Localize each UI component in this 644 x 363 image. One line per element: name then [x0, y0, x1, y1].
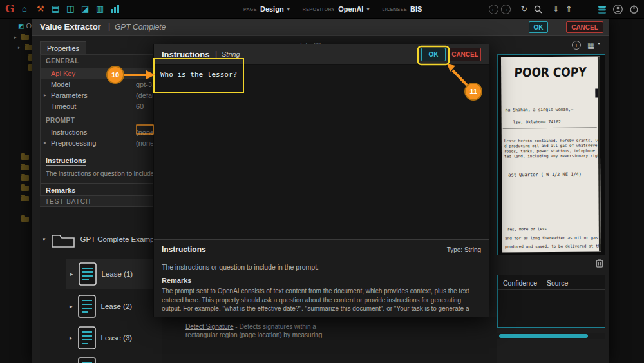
user-icon[interactable]: [613, 5, 623, 14]
tree-item-lease-2[interactable]: ▸ Lease (2): [66, 291, 161, 322]
window-titlebar[interactable]: Value Extractor | GPT Complete OK CANCEL: [32, 18, 609, 36]
results-grid[interactable]: Confidence Source: [497, 275, 605, 328]
topbar-right-controls: ← → ↻ ⇓ ⇑: [489, 0, 639, 18]
column-header-confidence[interactable]: Confidence: [503, 279, 537, 287]
tree-item-label: Lease (1): [102, 270, 133, 278]
tree-node-folder[interactable]: ▾ GPT Complete Examples: [43, 230, 164, 248]
chevron-down-icon: ▾: [366, 6, 369, 12]
app-screen: G ⌂ ⚒ ▤ ◫ ◪ ▥ PAGE Design ▾ REPOSITORY O…: [0, 0, 644, 363]
jobs-icon[interactable]: ▥: [96, 3, 104, 15]
expander-icon[interactable]: ▸: [70, 303, 73, 309]
document-viewer[interactable]: POOR COPY na Shahan, a single woman,— ls…: [497, 54, 605, 255]
back-icon[interactable]: ←: [489, 5, 498, 14]
property-row-preprocessing[interactable]: ▸ Preprocessing (none): [41, 138, 162, 148]
doc-text-line: na Shahan, a single woman,—: [505, 107, 573, 113]
folder-icon: [51, 230, 75, 248]
database-layers-icon[interactable]: [598, 5, 607, 14]
forward-icon[interactable]: →: [501, 5, 511, 14]
tree-item-partial[interactable]: ▸: [66, 353, 161, 363]
section-prompt: PROMPT: [46, 117, 75, 124]
property-label: Instructions: [51, 127, 87, 137]
expander-icon[interactable]: ▸: [44, 138, 46, 148]
document-icon: [78, 357, 96, 363]
folder-icon[interactable]: [21, 196, 29, 201]
repository-menu[interactable]: REPOSITORY OpenAI ▾: [303, 5, 370, 13]
chevron-down-icon[interactable]: ▾: [598, 41, 600, 46]
folder-icon[interactable]: [21, 175, 29, 181]
import-icon[interactable]: ◫: [66, 3, 74, 15]
tree-item-label: Lease (3): [101, 334, 133, 342]
dialog-title-separator: |: [215, 50, 217, 59]
caret-icon[interactable]: ▸: [14, 35, 17, 40]
test-batch-header: TEST BATCH: [40, 195, 162, 207]
caret-icon[interactable]: ▸: [18, 45, 21, 50]
dialog-header[interactable]: Instructions | String OK CANCEL: [154, 44, 489, 65]
window-title: Value Extractor: [40, 22, 101, 32]
instructions-editor[interactable]: Who is the lessor?: [154, 65, 489, 240]
folder-icon[interactable]: [21, 35, 29, 40]
expander-icon[interactable]: ▸: [44, 90, 46, 101]
download-icon[interactable]: ⇓: [553, 5, 559, 14]
window-cancel-button[interactable]: CANCEL: [566, 21, 603, 33]
stats-chart-icon[interactable]: [111, 5, 120, 13]
doc-text-line: roads, tanks, power stations, telephone …: [504, 148, 601, 153]
divider: [498, 289, 605, 290]
expander-icon[interactable]: ▸: [70, 335, 73, 341]
dialog-help-footer: Instructions Type: String The instructio…: [154, 239, 489, 317]
upload-icon[interactable]: ⇑: [565, 5, 572, 14]
expander-icon[interactable]: ▸: [70, 271, 73, 277]
horizontal-scrollbar[interactable]: [497, 333, 605, 339]
chevron-down-icon: ▾: [287, 6, 290, 12]
folder-icon[interactable]: [21, 165, 29, 170]
property-row-api-key[interactable]: Api Key: [41, 68, 162, 79]
dialog-cancel-button[interactable]: CANCEL: [449, 48, 481, 61]
document-icon: [78, 326, 96, 349]
tree-node-label: GPT Complete Examples: [80, 235, 164, 243]
topbar-menus: PAGE Design ▾ REPOSITORY OpenAI ▾ LICENS…: [243, 0, 422, 18]
page-menu[interactable]: PAGE Design ▾: [243, 5, 290, 13]
home-icon[interactable]: ⌂: [22, 3, 27, 15]
grooper-logo: G: [5, 2, 15, 15]
property-row-instructions[interactable]: Instructions (none: [41, 127, 162, 137]
section-general: GENERAL: [46, 57, 79, 64]
folder-icon[interactable]: [21, 155, 29, 160]
licensee-badge: LICENSEE BIS: [382, 5, 422, 13]
bottom-help-line2: rectangular region (page location) by me…: [185, 331, 322, 338]
tab-properties[interactable]: Properties: [40, 41, 86, 54]
divider: [162, 259, 481, 259]
folder-icon[interactable]: [21, 186, 29, 191]
window-ok-button[interactable]: OK: [529, 21, 548, 33]
layout-icon[interactable]: ▦: [587, 41, 594, 50]
collapse-caret-icon[interactable]: ▾: [43, 236, 46, 242]
property-label: Api Key: [51, 68, 75, 79]
page-menu-label: PAGE: [243, 7, 257, 12]
search-icon[interactable]: [534, 5, 542, 14]
detect-signature-link[interactable]: Detect Signature: [185, 323, 234, 330]
document-icon: [79, 262, 97, 286]
property-label: Model: [51, 79, 70, 90]
dialog-ok-button[interactable]: OK: [421, 48, 446, 61]
design-tools-icon[interactable]: ⚒: [37, 3, 44, 15]
power-icon[interactable]: [629, 5, 639, 14]
doc-text-line: ted land, including any reversionary rig…: [504, 153, 601, 158]
export-icon[interactable]: ◪: [81, 3, 89, 15]
property-help-title: Instructions: [46, 157, 86, 166]
property-row-timeout[interactable]: Timeout 60: [41, 101, 162, 112]
tree-item-lease-1[interactable]: ▸ Lease (1): [66, 259, 161, 289]
licensee-label: LICENSEE: [382, 7, 407, 12]
property-row-model[interactable]: Model gpt-3.5: [41, 79, 162, 90]
doc-text-line: lsa, Oklahoma 74102: [513, 119, 561, 125]
doc-text-line: Lease herein contained, hereby grants, l…: [504, 137, 601, 142]
column-header-source[interactable]: Source: [547, 279, 568, 287]
property-value: 60: [136, 101, 144, 112]
scrollbar-thumb[interactable]: [499, 334, 588, 338]
tree-item-lease-3[interactable]: ▸ Lease (3): [66, 322, 161, 353]
trash-icon[interactable]: [595, 258, 604, 268]
top-bar: G ⌂ ⚒ ▤ ◫ ◪ ▥ PAGE Design ▾ REPOSITORY O…: [0, 0, 644, 19]
info-icon[interactable]: i: [572, 41, 581, 50]
property-row-parameters[interactable]: ▸ Parameters (defau: [41, 90, 162, 101]
scanned-document: POOR COPY na Shahan, a single woman,— ls…: [501, 56, 601, 252]
folder-icon[interactable]: [21, 217, 29, 222]
refresh-icon[interactable]: ↻: [521, 5, 527, 14]
save-icon[interactable]: ▤: [52, 3, 59, 15]
